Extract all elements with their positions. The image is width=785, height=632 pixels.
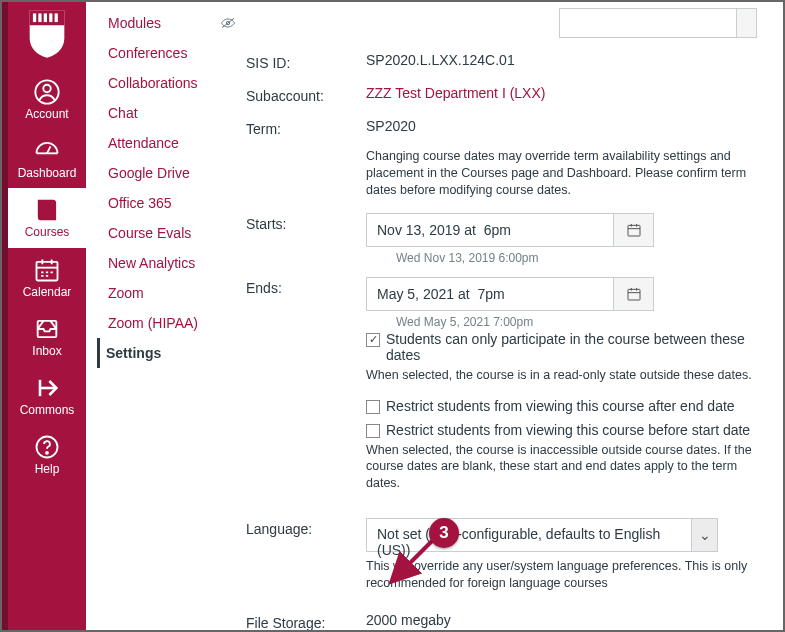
calendar-icon	[626, 286, 642, 302]
user-icon	[33, 78, 61, 106]
rail-commons[interactable]: Commons	[8, 366, 86, 425]
rail-label: Inbox	[8, 345, 86, 358]
svg-line-12	[222, 18, 234, 27]
book-icon	[33, 196, 61, 224]
rail-inbox[interactable]: Inbox	[8, 307, 86, 366]
coursenav-settings[interactable]: Settings	[97, 338, 236, 368]
coursenav-office-365[interactable]: Office 365	[106, 188, 236, 218]
starts-label: Starts:	[246, 213, 366, 267]
restrict-before-checkbox[interactable]	[366, 424, 380, 438]
storage-label: File Storage:	[246, 612, 366, 630]
svg-point-10	[46, 452, 48, 454]
rail-label: Help	[8, 463, 86, 476]
subaccount-label: Subaccount:	[246, 85, 366, 104]
coursenav-google-drive[interactable]: Google Drive	[106, 158, 236, 188]
rail-label: Calendar	[8, 286, 86, 299]
institution-shield-logo[interactable]	[24, 8, 70, 60]
sis-id-value: SP2020.L.LXX.124C.01	[366, 52, 777, 71]
restrict-after-checkbox[interactable]	[366, 400, 380, 414]
start-date-input[interactable]	[366, 213, 614, 247]
rail-label: Account	[8, 108, 86, 121]
rail-label: Dashboard	[8, 167, 86, 180]
svg-rect-2	[44, 13, 47, 22]
start-date-calendar-button[interactable]	[614, 213, 654, 247]
svg-rect-3	[49, 13, 52, 22]
restrict-before-label: Restrict students from viewing this cour…	[386, 422, 750, 438]
term-value: SP2020	[366, 118, 777, 134]
term-label: Term:	[246, 118, 366, 199]
start-date-subtext: Wed Nov 13, 2019 6:00pm	[396, 251, 777, 265]
term-note: Changing course dates may override term …	[366, 148, 777, 199]
end-date-calendar-button[interactable]	[614, 277, 654, 311]
coursenav-course-evals[interactable]: Course Evals	[106, 218, 236, 248]
restrict-note: When selected, the course is inaccessibl…	[366, 442, 773, 493]
callout-badge: 3	[429, 518, 459, 548]
top-field-input[interactable]	[559, 8, 737, 38]
global-nav-rail: Account Dashboard Courses Calendar Inbox…	[2, 2, 86, 630]
svg-rect-1	[38, 13, 41, 22]
chevron-down-icon: ⌄	[691, 519, 717, 551]
coursenav-zoom-hipaa[interactable]: Zoom (HIPAA)	[106, 308, 236, 338]
restrict-after-label: Restrict students from viewing this cour…	[386, 398, 735, 414]
end-date-input[interactable]	[366, 277, 614, 311]
help-icon	[33, 433, 61, 461]
subaccount-link[interactable]: ZZZ Test Department I (LXX)	[366, 85, 545, 101]
storage-value: 2000 megaby	[366, 612, 777, 630]
ends-label: Ends:	[246, 277, 366, 505]
rail-dashboard[interactable]: Dashboard	[8, 129, 86, 188]
coursenav-collaborations[interactable]: Collaborations	[106, 68, 236, 98]
top-field-button[interactable]	[737, 8, 757, 38]
course-nav: Modules Conferences Collaborations Chat …	[86, 2, 246, 630]
course-settings-form: SIS ID: SP2020.L.LXX.124C.01 Subaccount:…	[246, 2, 783, 630]
end-date-subtext: Wed May 5, 2021 7:00pm	[396, 315, 777, 329]
hidden-icon	[220, 15, 236, 32]
participate-note: When selected, the course is in a read-o…	[366, 367, 777, 384]
commons-icon	[33, 374, 61, 402]
rail-calendar[interactable]: Calendar	[8, 248, 86, 307]
language-note: This will override any user/system langu…	[366, 558, 773, 592]
language-select-value: Not set (user-configurable, defaults to …	[367, 519, 691, 551]
svg-rect-7	[37, 261, 58, 280]
sis-id-label: SIS ID:	[246, 52, 366, 71]
callout-number: 3	[439, 523, 448, 543]
inbox-icon	[33, 315, 61, 343]
coursenav-conferences[interactable]: Conferences	[106, 38, 236, 68]
participate-checkbox[interactable]	[366, 333, 380, 347]
dashboard-icon	[33, 137, 61, 165]
language-select[interactable]: Not set (user-configurable, defaults to …	[366, 518, 718, 552]
coursenav-zoom[interactable]: Zoom	[106, 278, 236, 308]
language-label: Language:	[246, 518, 366, 600]
svg-rect-0	[33, 13, 36, 22]
svg-point-6	[43, 85, 50, 92]
coursenav-modules[interactable]: Modules	[106, 8, 163, 38]
rail-account[interactable]: Account	[8, 70, 86, 129]
coursenav-new-analytics[interactable]: New Analytics	[106, 248, 236, 278]
coursenav-chat[interactable]: Chat	[106, 98, 236, 128]
svg-rect-14	[628, 289, 640, 300]
coursenav-attendance[interactable]: Attendance	[106, 128, 236, 158]
rail-label: Commons	[8, 404, 86, 417]
calendar-icon	[33, 256, 61, 284]
rail-courses[interactable]: Courses	[8, 188, 86, 247]
rail-help[interactable]: Help	[8, 425, 86, 484]
svg-rect-13	[628, 225, 640, 236]
svg-rect-4	[55, 13, 58, 22]
participate-label: Students can only participate in the cou…	[386, 331, 777, 363]
calendar-icon	[626, 222, 642, 238]
rail-label: Courses	[8, 226, 86, 239]
